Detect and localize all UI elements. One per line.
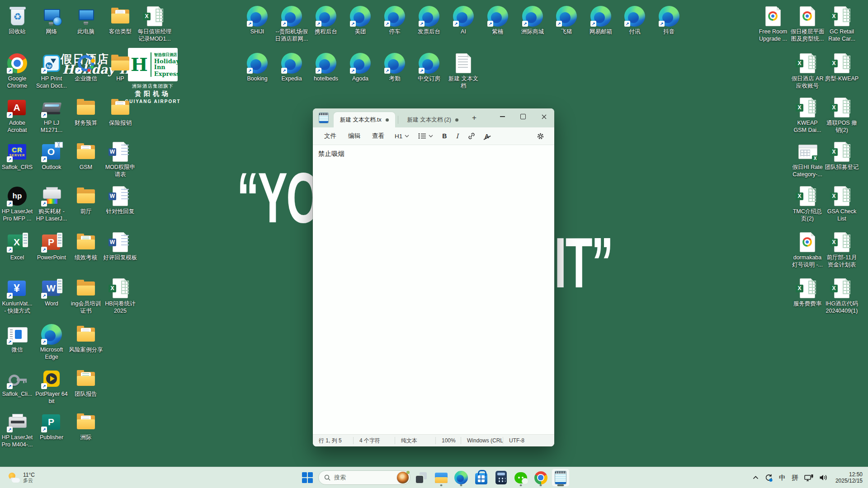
menu-item[interactable]: 编辑 <box>343 130 365 142</box>
desktop-icon[interactable]: GSM <box>68 141 104 171</box>
desktop-icon[interactable]: A↗Adobe Acrobat <box>0 97 35 134</box>
desktop-icon[interactable]: ↗hotelbeds <box>308 52 344 82</box>
desktop-icon[interactable]: 洲际 <box>68 411 104 441</box>
italic-button[interactable]: I <box>452 130 462 142</box>
hidden-icons-chevron[interactable] <box>753 476 759 479</box>
update-tray-icon[interactable] <box>764 474 773 482</box>
desktop-icon[interactable]: X服务费费率 <box>789 277 826 307</box>
heading-style-dropdown[interactable]: H1 <box>391 131 413 142</box>
close-button[interactable] <box>533 108 554 125</box>
desktop-icon[interactable]: W↗Word <box>33 277 70 307</box>
bold-button[interactable]: B <box>439 130 450 142</box>
desktop-icon[interactable]: P↗Publisher <box>33 411 70 441</box>
desktop-icon[interactable]: ↗网易邮箱 <box>583 5 619 35</box>
desktop-icon[interactable]: 团队报告 <box>68 368 104 398</box>
notepad-tab[interactable]: 新建 文本文档 (2) <box>401 112 465 127</box>
taskbar-chrome[interactable] <box>532 469 550 487</box>
desktop-icon[interactable]: ↗--贵阳机场假 日酒店群网... <box>274 5 310 42</box>
desktop-icon[interactable]: 绩效考核 <box>68 231 104 261</box>
text-editor-area[interactable]: 禁止吸烟 <box>313 145 554 434</box>
desktop-icon[interactable]: X团队招募登记 <box>824 141 860 171</box>
desktop-icon[interactable]: ↗中交订房 <box>411 52 447 82</box>
taskbar-task-view[interactable] <box>412 469 430 487</box>
volume-tray-icon[interactable] <box>819 474 828 481</box>
desktop-icon[interactable]: ↗HP LJ M1271... <box>33 97 70 134</box>
menu-item[interactable]: 查看 <box>367 130 389 142</box>
taskbar-file-explorer[interactable] <box>432 469 450 487</box>
desktop-icon[interactable]: CRSERVER↗Saflok_CRS <box>0 141 35 171</box>
maximize-button[interactable] <box>513 108 533 125</box>
desktop-icon[interactable]: O↗Outlook <box>33 141 70 171</box>
clear-formatting-button[interactable]: A <box>481 131 493 142</box>
desktop-icon[interactable]: hp↗HP LaserJet Pro MFP ... <box>0 185 35 222</box>
desktop-icon[interactable]: ↗微信 <box>0 324 35 353</box>
desktop-icon[interactable]: ↗紫楠 <box>480 5 516 35</box>
desktop-icon[interactable]: ↗HP LaserJet Pro M404-... <box>0 411 35 448</box>
desktop-icon[interactable]: ↗Agoda <box>342 52 378 82</box>
desktop-icon[interactable]: XGSA Check List <box>824 185 860 222</box>
desktop-icon[interactable]: ing会员培训 证书 <box>68 277 104 314</box>
desktop-icon[interactable]: ↗Google Chrome <box>0 52 35 89</box>
desktop-icon[interactable]: ↗Microsoft Edge <box>33 324 70 361</box>
desktop-icon[interactable]: ↗Booking <box>239 52 275 82</box>
desktop-icon[interactable]: dormakaba 灯号说明 -... <box>789 231 826 268</box>
taskbar-clock[interactable]: 12:50 2025/12/15 <box>834 471 863 484</box>
desktop-icon[interactable]: ¥↗KunlunVat... - 快捷方式 <box>0 277 35 314</box>
desktop-icon[interactable]: ↗SHIJI <box>239 5 275 35</box>
desktop-icon[interactable]: ↗HP Print Scan Doct... <box>33 52 70 89</box>
desktop-icon[interactable]: ↗考勤 <box>377 52 413 82</box>
settings-button[interactable] <box>533 130 548 142</box>
desktop-icon[interactable]: 此电脑 <box>68 5 104 35</box>
desktop-icon[interactable]: ↗购买耗材 - HP LaserJ... <box>33 185 70 222</box>
desktop-icon[interactable]: ↗发票后台 <box>411 5 447 35</box>
taskbar-notepad[interactable] <box>552 469 570 487</box>
taskbar-calculator[interactable] <box>492 469 510 487</box>
desktop-icon[interactable]: XTMC介绍总 页(2) <box>789 185 826 222</box>
desktop-icon[interactable]: XGC Retail Rate Car... <box>824 5 860 42</box>
desktop-icon[interactable]: ♻︎回收站 <box>0 5 35 35</box>
desktop-icon[interactable]: Free Room Upgrade ... <box>755 5 791 42</box>
desktop-icon[interactable]: ↗Saflok_Cli... <box>0 368 35 398</box>
desktop-icon[interactable]: ↗付讯 <box>617 5 653 35</box>
taskbar-microsoft-store[interactable] <box>472 469 490 487</box>
desktop-icon[interactable]: X每日值班经理 记录MOD1... <box>137 5 173 42</box>
search-input[interactable]: 搜索 <box>318 470 410 485</box>
desktop-icon[interactable]: ↗洲际商城 <box>514 5 551 35</box>
desktop-icon[interactable]: XKWEAP GSM Dai... <box>789 97 826 134</box>
ime-indicator[interactable]: 中 <box>779 474 786 482</box>
desktop-icon[interactable]: 前厅 <box>68 185 104 215</box>
pinyin-indicator[interactable]: 拼 <box>792 474 798 482</box>
desktop-icon[interactable]: X假日HI Rate Category-... <box>789 141 826 178</box>
desktop-icon[interactable]: ↗企业微信 <box>68 52 104 82</box>
desktop-icon[interactable]: XIHG酒店代码 20240409(1) <box>824 277 860 314</box>
notepad-tab[interactable]: 新建 文本文档.tx <box>334 112 395 127</box>
desktop-icon[interactable]: X前厅部-11月 资金计划表 <box>824 231 860 268</box>
search-highlight-image[interactable] <box>397 472 409 483</box>
menu-item[interactable]: 文件 <box>319 130 341 142</box>
desktop-icon[interactable]: 假日楼层平面 图及房型统... <box>789 5 826 42</box>
desktop-icon[interactable]: X假日酒店 AR 应收账号 <box>789 52 826 89</box>
desktop-icon[interactable]: X↗Excel <box>0 231 35 261</box>
desktop-icon[interactable]: 保险报销 <box>102 97 138 127</box>
taskbar-wechat[interactable] <box>512 469 530 487</box>
desktop-icon[interactable]: HP <box>102 52 138 82</box>
desktop-icon[interactable]: P↗PowerPoint <box>33 231 70 261</box>
desktop-icon[interactable]: ↗抖音 <box>651 5 687 35</box>
desktop-icon[interactable]: X通联POS 撤 销(2) <box>824 97 860 134</box>
weather-widget[interactable]: 11°C 多云 <box>5 467 38 488</box>
desktop-icon[interactable]: X房型-KWEAP <box>824 52 860 82</box>
desktop-icon[interactable]: W好评回复模板 <box>102 231 138 261</box>
desktop-icon[interactable]: ↗Expedia <box>274 52 310 82</box>
desktop-icon[interactable]: 新建 文本文 档 <box>445 52 481 89</box>
network-tray-icon[interactable] <box>804 474 813 482</box>
link-button[interactable] <box>464 130 479 142</box>
desktop-icon[interactable]: ↗AI <box>445 5 481 35</box>
desktop-icon[interactable]: 网络 <box>33 5 70 35</box>
desktop-icon[interactable]: ↗停车 <box>377 5 413 35</box>
desktop-icon[interactable]: XHB问卷统计 2025 <box>102 277 138 314</box>
desktop-icon[interactable]: 风险案例分享 <box>68 324 104 353</box>
desktop-icon[interactable]: ↗携程后台 <box>308 5 344 35</box>
desktop-icon[interactable]: W针对性回复 <box>102 185 138 215</box>
desktop-icon[interactable]: 财务预算 <box>68 97 104 127</box>
list-dropdown[interactable] <box>415 131 437 141</box>
